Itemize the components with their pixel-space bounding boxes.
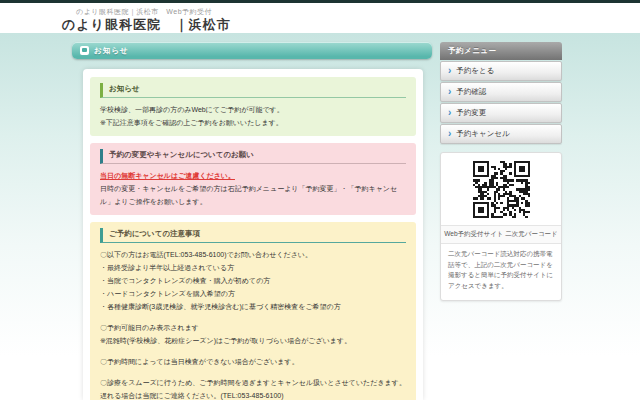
qr-description: 二次元バーコード読込対応の携帯電話等で、上記の二次元バーコードを撮影すると簡単に… [441, 244, 561, 300]
caution-line: ・ハードコンタクトレンズを購入希望の方 [100, 287, 406, 300]
caution-paragraph: 〇予約可能日のみ表示されます ※混雑時(学校検診、花粉症シーズン)はご予約が取り… [100, 321, 406, 347]
caution-paragraph: 〇診療をスムーズに行うため、ご予約時間を過ぎますとキャンセル扱いとさせていただき… [100, 376, 406, 400]
caution-line: ・当院でコンタクトレンズの検査・購入が初めての方 [100, 274, 406, 287]
caution-line: 遅れる場合は当院にご連絡ください。(TEL:053-485-6100) [100, 389, 406, 400]
notice-section-label: お知らせ [94, 46, 129, 56]
change-cancel-box: 予約の変更やキャンセルについてのお願い 当日の無断キャンセルはご遠慮ください。 … [90, 143, 416, 215]
browser-page: のより眼科医院｜浜松市 Web予約受付 のより眼科医院 ｜浜松市 お知らせ お知… [0, 0, 640, 400]
caution-line: ※混雑時(学校検診、花粉症シーズン)はご予約が取りづらい場合がございます。 [100, 334, 406, 347]
chevron-right-icon: › [448, 87, 451, 97]
page-title: のより眼科医院 ｜浜松市 [62, 16, 231, 34]
change-cancel-heading: 予約の変更やキャンセルについてのお願い [100, 149, 406, 164]
main-content-panel: お知らせ 学校検診、一部再診の方のみWebにてご予約が可能です。 ※下記注意事項… [83, 69, 423, 400]
menu-item-take-reservation[interactable]: › 予約をとる [440, 61, 562, 81]
qr-code-image [473, 161, 530, 218]
notice-section-bar: お知らせ [72, 42, 432, 59]
caution-paragraph: 〇以下の方はお電話(TEL:053-485-6100)でお問い合わせください。 … [100, 248, 406, 313]
notice-icon [80, 46, 89, 55]
menu-item-confirm-reservation[interactable]: › 予約確認 [440, 82, 562, 102]
reservation-menu-header: 予約メニュー [440, 42, 562, 60]
reservation-menu: 予約メニュー › 予約をとる › 予約確認 › 予約変更 › 予約キャンセル [440, 42, 562, 144]
menu-item-change-reservation[interactable]: › 予約変更 [440, 103, 562, 123]
caution-line: ・最終受診より半年以上経過されている方 [100, 261, 406, 274]
caution-line: 〇予約時間によっては当日検査ができない場合がございます。 [100, 355, 406, 368]
menu-item-cancel-reservation[interactable]: › 予約キャンセル [440, 124, 562, 144]
no-show-cancel-warning: 当日の無断キャンセルはご遠慮ください。 [100, 169, 406, 182]
caution-line: 〇予約可能日のみ表示されます [100, 321, 406, 334]
site-header: のより眼科医院｜浜松市 Web予約受付 のより眼科医院 ｜浜松市 [0, 3, 640, 33]
caution-line: 〇以下の方はお電話(TEL:053-485-6100)でお問い合わせください。 [100, 248, 406, 261]
chevron-right-icon: › [448, 66, 451, 76]
menu-item-label: 予約確認 [456, 87, 486, 97]
caution-heading: ご予約についての注意事項 [100, 228, 406, 243]
notice-line: 学校検診、一部再診の方のみWebにてご予約が可能です。 [100, 103, 406, 116]
menu-item-label: 予約変更 [456, 108, 486, 118]
notice-box: お知らせ 学校検診、一部再診の方のみWebにてご予約が可能です。 ※下記注意事項… [90, 77, 416, 136]
notice-box-heading: お知らせ [100, 83, 406, 98]
notice-line: ※下記注意事項をご確認の上ご予約をお願いいたします。 [100, 116, 406, 129]
caution-box: ご予約についての注意事項 〇以下の方はお電話(TEL:053-485-6100)… [90, 222, 416, 400]
menu-item-label: 予約キャンセル [456, 129, 509, 139]
change-cancel-line: 日時の変更・キャンセルをご希望の方は右記予約メニューより「予約変更」・「予約キャ… [100, 182, 406, 208]
qr-caption: Web予約受付サイト 二次元バーコード [441, 225, 561, 244]
caution-line: ・各種健康診断(3歳児検診、就学児検診含む)に基づく精密検査をご希望の方 [100, 300, 406, 313]
caution-line: 〇診療をスムーズに行うため、ご予約時間を過ぎますとキャンセル扱いとさせていただき… [100, 376, 406, 389]
qr-code [441, 153, 561, 225]
menu-item-label: 予約をとる [456, 66, 494, 76]
chevron-right-icon: › [448, 129, 451, 139]
caution-paragraph: 〇予約時間によっては当日検査ができない場合がございます。 [100, 355, 406, 368]
chevron-right-icon: › [448, 108, 451, 118]
qr-code-box: Web予約受付サイト 二次元バーコード 二次元バーコード読込対応の携帯電話等で、… [440, 152, 562, 301]
